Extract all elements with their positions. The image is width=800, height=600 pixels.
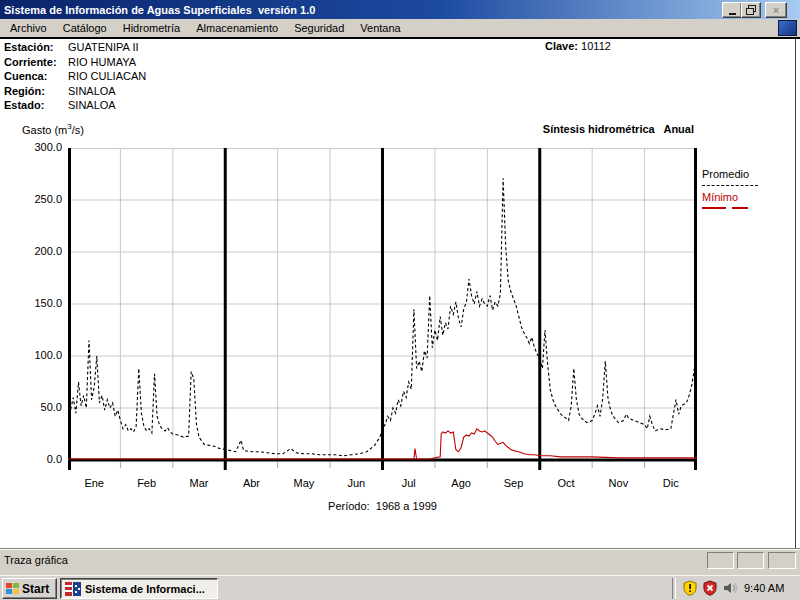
status-text: Traza gráfica	[4, 554, 68, 566]
station-field-row: Estación:GUATENIPA II	[4, 40, 146, 55]
desktop: Sistema de Información de Aguas Superfic…	[0, 0, 800, 600]
period-label: Período: 1968 a 1999	[68, 500, 697, 512]
client-right-border	[795, 39, 796, 548]
tray-separator	[672, 578, 676, 599]
x-tick-label-abr: Abr	[231, 477, 271, 489]
y-tick-label: 150.0	[2, 297, 62, 309]
title-bar: Sistema de Información de Aguas Superfic…	[0, 0, 800, 19]
menu-item-ventana[interactable]: Ventana	[352, 20, 408, 36]
start-button-label: Start	[22, 582, 49, 596]
close-button[interactable]: ×	[765, 2, 787, 18]
station-field-label: Región:	[4, 84, 68, 99]
station-field-row: Estado:SINALOA	[4, 98, 146, 113]
status-panel-2	[737, 552, 764, 569]
station-field-label: Cuenca:	[4, 69, 68, 84]
minimize-button[interactable]	[722, 2, 742, 18]
station-field-row: Región:SINALOA	[4, 84, 146, 99]
x-tick-label-oct: Oct	[546, 477, 586, 489]
menu-item-hidrometria[interactable]: Hidrometría	[115, 20, 188, 36]
station-field-value: GUATENIPA II	[68, 41, 139, 53]
security-alert-shield-icon[interactable]	[682, 580, 698, 596]
x-tick-label-jul: Jul	[389, 477, 429, 489]
legend-promedio-label: Promedio	[702, 168, 749, 180]
app-icon	[65, 582, 81, 596]
legend-minimo-line-sample	[702, 207, 748, 209]
station-field-value: SINALOA	[68, 99, 116, 111]
legend-minimo-label: Mínimo	[702, 191, 738, 203]
menu-item-archivo[interactable]: Archivo	[2, 20, 55, 36]
y-tick-label: 0.0	[2, 453, 62, 465]
windows-flag-icon	[6, 583, 19, 595]
x-tick-label-sep: Sep	[494, 477, 534, 489]
x-tick-label-mar: Mar	[179, 477, 219, 489]
station-field-value: SINALOA	[68, 85, 116, 97]
taskbar-task-button[interactable]: Sistema de Informaci...	[60, 578, 218, 599]
x-tick-label-jun: Jun	[336, 477, 376, 489]
x-tick-label-ene: Ene	[74, 477, 114, 489]
restore-button[interactable]	[741, 2, 761, 18]
station-field-label: Corriente:	[4, 55, 68, 70]
y-tick-label: 100.0	[2, 349, 62, 361]
x-tick-label-ago: Ago	[441, 477, 481, 489]
taskbar: Start Sistema de Informaci...	[0, 575, 800, 600]
chart-title: Síntesis hidrométrica Anual	[543, 123, 694, 135]
station-field-label: Estación:	[4, 40, 68, 55]
legend-promedio-line-sample	[702, 185, 758, 186]
y-axis-title: Gasto (m3/s)	[22, 122, 84, 136]
y-tick-label: 300.0	[2, 141, 62, 153]
x-tick-label-feb: Feb	[127, 477, 167, 489]
status-panel-1	[707, 552, 734, 569]
station-field-label: Estado:	[4, 98, 68, 113]
minimize-icon	[729, 13, 736, 15]
security-error-shield-icon[interactable]	[702, 580, 718, 596]
taskbar-task-label: Sistema de Informaci...	[85, 583, 205, 595]
status-bar: Traza gráfica	[0, 548, 800, 575]
x-tick-label-nov: Nov	[598, 477, 638, 489]
menu-bar: ArchivoCatálogoHidrometríaAlmacenamiento…	[0, 19, 800, 37]
status-panel-3	[768, 552, 796, 569]
plot-svg	[68, 148, 697, 472]
close-icon: ×	[773, 5, 779, 15]
window-title: Sistema de Información de Aguas Superfic…	[0, 4, 315, 16]
clave-value: 10112	[581, 40, 611, 52]
restore-icon	[746, 5, 756, 15]
start-button[interactable]: Start	[2, 578, 57, 599]
station-field-value: RIO CULIACAN	[68, 70, 146, 82]
station-field-row: Corriente:RIO HUMAYA	[4, 55, 146, 70]
menu-item-seguridad[interactable]: Seguridad	[286, 20, 352, 36]
station-field-row: Cuenca:RIO CULIACAN	[4, 69, 146, 84]
y-tick-label: 50.0	[2, 401, 62, 413]
clave: Clave: 10112	[545, 40, 611, 52]
volume-speaker-icon[interactable]	[722, 580, 738, 596]
mdi-child-icon[interactable]	[778, 20, 797, 36]
x-tick-label-may: May	[284, 477, 324, 489]
menu-item-catalogo[interactable]: Catálogo	[55, 20, 115, 36]
x-tick-label-dic: Dic	[651, 477, 691, 489]
y-tick-label: 250.0	[2, 193, 62, 205]
menu-item-almacenamiento[interactable]: Almacenamiento	[188, 20, 286, 36]
taskbar-clock[interactable]: 9:40 AM	[744, 582, 784, 594]
station-info: Estación:GUATENIPA IICorriente:RIO HUMAY…	[4, 40, 146, 113]
y-tick-label: 200.0	[2, 245, 62, 257]
station-field-value: RIO HUMAYA	[68, 56, 136, 68]
clave-label: Clave:	[545, 40, 578, 52]
